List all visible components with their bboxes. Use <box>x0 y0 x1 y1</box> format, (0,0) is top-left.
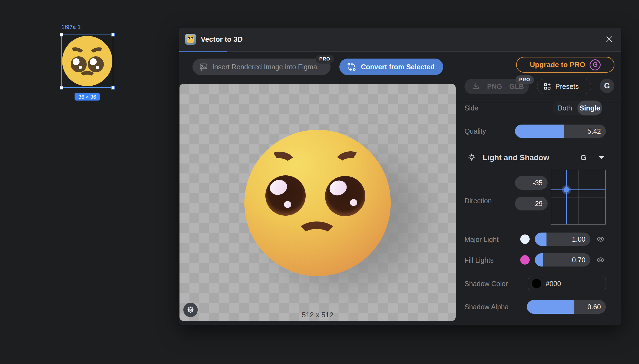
right-eyebrow <box>333 149 363 172</box>
direction-label: Direction <box>464 197 492 205</box>
flat-mouth <box>78 71 96 84</box>
image-plus-icon <box>199 62 208 71</box>
quality-slider[interactable]: 5.42 <box>515 125 606 138</box>
light-direction-picker[interactable] <box>551 170 606 225</box>
upgrade-label: Upgrade to PRO <box>530 60 585 69</box>
fill-lights-value: 0.70 <box>572 253 585 267</box>
side-option-single[interactable]: Single <box>577 101 602 115</box>
slider-fill <box>515 125 564 138</box>
insert-button-label: Insert Rendered Image into Figma <box>212 63 317 71</box>
pro-badge: PRO <box>316 55 334 64</box>
tab-track <box>179 51 621 52</box>
quality-label: Quality <box>464 127 486 135</box>
upgrade-to-pro-button[interactable]: Upgrade to PRO G <box>516 57 614 73</box>
eye-highlight <box>268 178 289 197</box>
shadow-alpha-label: Shadow Alpha <box>464 303 509 311</box>
convert-icon <box>347 62 357 72</box>
fill-lights-color-swatch[interactable] <box>520 255 530 265</box>
side-option-both[interactable]: Both <box>553 101 577 115</box>
right-eye <box>325 176 365 216</box>
download-button[interactable]: PNG GLB PRO <box>464 79 529 94</box>
size-badge: 36 × 36 <box>75 93 100 101</box>
quality-value: 5.42 <box>587 125 601 138</box>
picker-gridline <box>551 197 605 197</box>
figma-canvas: 1f97a 1 36 × 36 <box>0 0 639 364</box>
render-preview: 512 x 512 <box>179 84 456 321</box>
selection-handle[interactable] <box>60 86 63 89</box>
g-reset-icon: G <box>604 82 610 90</box>
flat-right-eye <box>88 56 104 72</box>
eye-highlight <box>350 199 357 206</box>
eye-highlight <box>284 201 291 208</box>
presets-label: Presets <box>555 83 579 91</box>
slider-fill <box>527 300 574 314</box>
render-size-label: 512 x 512 <box>179 311 456 319</box>
reset-section-button[interactable]: G <box>578 151 589 165</box>
slider-fill <box>535 253 543 267</box>
vector-to-3d-dialog: Vector to 3D Insert Rendered Image into … <box>179 28 621 325</box>
major-light-value: 1.00 <box>572 233 585 246</box>
plugin-icon <box>185 34 196 45</box>
convert-from-selected-button[interactable]: Convert from Selected <box>339 59 443 75</box>
convert-button-label: Convert from Selected <box>361 63 435 71</box>
slider-fill <box>535 233 546 246</box>
presets-grid-icon <box>543 83 551 90</box>
png-label: PNG <box>487 83 502 91</box>
eye-highlight <box>73 58 80 65</box>
lightbulb-icon <box>467 153 476 163</box>
rendered-3d-emoji[interactable] <box>244 130 391 276</box>
picker-handle[interactable] <box>564 187 569 192</box>
pro-badge: PRO <box>516 75 534 84</box>
direction-y-input[interactable]: 29 <box>515 197 548 210</box>
eye-highlight <box>90 58 97 65</box>
insert-rendered-image-button[interactable]: Insert Rendered Image into Figma PRO <box>192 59 331 75</box>
shadow-color-swatch[interactable] <box>532 279 541 288</box>
dialog-header: Vector to 3D <box>179 28 621 51</box>
side-toggle: Both Single <box>553 101 602 115</box>
selection-handle[interactable] <box>60 33 63 36</box>
mouth <box>296 221 338 249</box>
eye-highlight <box>79 66 82 69</box>
dialog-title: Vector to 3D <box>201 28 243 51</box>
side-label: Side <box>464 104 478 112</box>
left-eye <box>265 175 306 216</box>
shadow-alpha-value: 0.60 <box>587 300 601 314</box>
active-tab-indicator <box>179 51 227 52</box>
regenerate-button[interactable]: G <box>600 79 614 93</box>
picker-crosshair-horizontal <box>551 189 605 190</box>
selection-box[interactable] <box>61 35 113 88</box>
chevron-down-icon[interactable] <box>599 156 604 159</box>
shadow-color-value: #000 <box>546 280 561 288</box>
selection-handle[interactable] <box>111 86 115 89</box>
picker-crosshair-vertical <box>566 170 567 224</box>
glimpse-logo-icon: G <box>590 59 601 70</box>
left-eyebrow <box>267 149 297 172</box>
download-icon <box>472 82 480 91</box>
close-icon[interactable] <box>604 34 614 44</box>
light-and-shadow-title: Light and Shadow <box>483 151 549 165</box>
direction-x-input[interactable]: -35 <box>515 176 548 190</box>
selection-handle[interactable] <box>111 33 115 36</box>
fill-lights-slider[interactable]: 0.70 <box>535 253 590 267</box>
pleading-face-vector[interactable] <box>62 36 112 86</box>
monster-glyph <box>187 36 194 43</box>
layer-name-label[interactable]: 1f97a 1 <box>61 24 81 30</box>
shadow-color-label: Shadow Color <box>464 280 508 288</box>
visibility-eye-icon[interactable] <box>596 234 605 244</box>
presets-button[interactable]: Presets <box>537 79 591 94</box>
eye-highlight <box>328 178 348 198</box>
eye-highlight <box>96 66 99 69</box>
visibility-eye-icon[interactable] <box>596 255 605 265</box>
flat-left-eye <box>71 56 87 72</box>
shadow-color-input[interactable]: #000 <box>528 276 606 291</box>
major-light-slider[interactable]: 1.00 <box>535 233 590 246</box>
fill-lights-label: Fill Lights <box>464 256 494 264</box>
major-light-color-swatch[interactable] <box>520 234 530 244</box>
major-light-label: Major Light <box>464 236 499 244</box>
shadow-alpha-slider[interactable]: 0.60 <box>527 300 606 314</box>
